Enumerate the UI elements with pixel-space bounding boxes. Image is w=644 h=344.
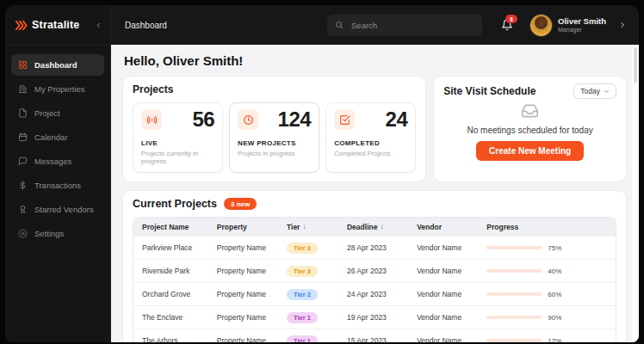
vendor-cell: Vendor Name bbox=[408, 261, 478, 281]
table-row[interactable]: Orchard GroveProperty NameTier 224 Apr 2… bbox=[133, 282, 616, 305]
deadline-cell: 15 Apr 2023 bbox=[338, 331, 408, 343]
calendar-icon bbox=[18, 132, 28, 142]
vendor-cell: Vendor Name bbox=[408, 238, 478, 258]
project-name-cell: Parkview Place bbox=[133, 238, 208, 258]
breadcrumb: Dashboard bbox=[125, 21, 167, 30]
main-content: Hello, Oliver Smith! Projects 56LIVEProj… bbox=[111, 45, 639, 342]
sidebar-item-calendar[interactable]: Calendar bbox=[11, 126, 104, 148]
sidebar-item-dashboard[interactable]: Dashboard bbox=[11, 54, 104, 76]
stat-value: 56 bbox=[192, 109, 214, 130]
brand-name: Stratalite bbox=[32, 19, 80, 31]
scrollbar-thumb[interactable] bbox=[634, 47, 637, 83]
new-count-badge: 3 new bbox=[224, 198, 257, 210]
deadline-cell: 19 Apr 2023 bbox=[338, 308, 408, 328]
stat-sublabel: Completed Projects bbox=[334, 150, 407, 157]
chevron-down-icon bbox=[604, 89, 610, 95]
tier-badge: Tier 2 bbox=[287, 289, 318, 300]
stat-card-live[interactable]: 56LIVEProjects currently in progress bbox=[133, 102, 223, 173]
tier-badge: Tier 1 bbox=[287, 335, 318, 343]
schedule-filter-value: Today bbox=[580, 87, 600, 95]
progress-percent: 75% bbox=[548, 244, 561, 252]
progress-percent: 60% bbox=[548, 291, 561, 298]
stat-value: 124 bbox=[278, 109, 312, 130]
sidebar-item-label: My Properties bbox=[34, 84, 85, 94]
progress-percent: 40% bbox=[548, 267, 561, 275]
tier-badge: Tier 3 bbox=[287, 266, 318, 277]
column-header-tier[interactable]: Tier↓ bbox=[278, 218, 338, 236]
stat-sublabel: Projects currently in progress bbox=[141, 150, 214, 165]
user-name: Oliver Smith bbox=[558, 16, 606, 26]
current-projects-title: Current Projects bbox=[133, 198, 217, 210]
profile-chevron-icon[interactable] bbox=[618, 21, 627, 29]
column-header-project-name: Project Name bbox=[133, 218, 208, 236]
stat-label: NEW PROJECTS bbox=[238, 139, 311, 147]
broadcast-icon bbox=[141, 109, 162, 130]
progress-bar bbox=[486, 339, 542, 342]
logo-row: Stratalite bbox=[5, 5, 110, 46]
award-icon bbox=[18, 205, 28, 214]
sidebar-item-settings[interactable]: Settings bbox=[11, 223, 104, 244]
vendor-cell: Vendor Name bbox=[408, 331, 478, 343]
table-row[interactable]: Riverside ParkProperty NameTier 326 Apr … bbox=[133, 259, 616, 282]
progress-percent: 90% bbox=[548, 314, 561, 322]
tier-badge: Tier 3 bbox=[287, 243, 318, 254]
search-field[interactable] bbox=[350, 20, 474, 31]
sidebar-item-label: Calendar bbox=[34, 132, 68, 142]
project-name-cell: Riverside Park bbox=[133, 261, 208, 281]
vendor-cell: Vendor Name bbox=[408, 285, 478, 304]
sort-down-icon[interactable]: ↓ bbox=[302, 223, 306, 230]
sidebar-item-messages[interactable]: Messages bbox=[11, 150, 104, 172]
sidebar-item-project[interactable]: Project bbox=[11, 102, 104, 124]
search-icon bbox=[335, 21, 344, 29]
projects-table: Project NamePropertyTier↓Deadline↓Vendor… bbox=[133, 217, 616, 342]
table-header-row: Project NamePropertyTier↓Deadline↓Vendor… bbox=[133, 218, 616, 236]
notification-badge: 6 bbox=[505, 15, 517, 23]
dashboard-icon bbox=[18, 60, 28, 70]
topbar: Dashboard 6 Oliver Smith Manager bbox=[111, 5, 639, 45]
current-projects-panel: Current Projects 3 new Project NamePrope… bbox=[122, 190, 627, 342]
tier-badge: Tier 1 bbox=[287, 312, 318, 323]
stat-card-completed[interactable]: 24COMPLETEDCompleted Projects bbox=[325, 102, 416, 173]
column-header-progress: Progress bbox=[478, 218, 616, 236]
stat-sublabel: Projects in progress bbox=[238, 150, 311, 157]
stat-label: LIVE bbox=[141, 139, 214, 147]
notifications-button[interactable]: 6 bbox=[501, 19, 513, 31]
property-cell: Property Name bbox=[208, 238, 278, 258]
create-meeting-button[interactable]: Create New Meeting bbox=[476, 141, 584, 161]
projects-panel-title: Projects bbox=[133, 83, 416, 95]
gear-icon bbox=[18, 229, 28, 238]
building-icon bbox=[18, 84, 28, 94]
sidebar-item-transactions[interactable]: Transactions bbox=[11, 175, 104, 196]
inbox-tray-icon bbox=[521, 101, 539, 120]
table-row[interactable]: Parkview PlaceProperty NameTier 328 Apr … bbox=[133, 236, 616, 259]
sidebar-item-label: Transactions bbox=[34, 181, 81, 190]
sidebar-item-label: Dashboard bbox=[34, 60, 77, 70]
sidebar-collapse-button[interactable] bbox=[95, 22, 102, 29]
schedule-filter-select[interactable]: Today bbox=[573, 83, 616, 99]
no-meetings-text: No meetings scheduled for today bbox=[443, 126, 616, 135]
scrollbar[interactable] bbox=[632, 45, 639, 342]
project-name-cell: Orchard Grove bbox=[133, 285, 208, 304]
search-input[interactable] bbox=[327, 15, 482, 36]
app-window: Stratalite DashboardMy PropertiesProject… bbox=[5, 5, 639, 342]
projects-panel: Projects 56LIVEProjects currently in pro… bbox=[122, 76, 426, 182]
stat-card-new-projects[interactable]: 124NEW PROJECTSProjects in progress bbox=[229, 102, 319, 173]
greeting: Hello, Oliver Smith! bbox=[124, 53, 627, 68]
user-profile[interactable]: Oliver Smith Manager bbox=[530, 15, 606, 36]
table-row[interactable]: The ArborsProperty NameTier 115 Apr 2023… bbox=[133, 329, 616, 342]
sidebar-item-label: Project bbox=[34, 108, 60, 118]
sort-down-icon[interactable]: ↓ bbox=[380, 223, 383, 230]
stratalite-logo-icon bbox=[15, 19, 28, 32]
project-name-cell: The Arbors bbox=[133, 331, 208, 343]
project-name-cell: The Enclave bbox=[133, 308, 208, 328]
property-cell: Property Name bbox=[208, 261, 278, 281]
table-row[interactable]: The EnclaveProperty NameTier 119 Apr 202… bbox=[133, 305, 616, 329]
deadline-cell: 24 Apr 2023 bbox=[338, 285, 408, 304]
clock-icon bbox=[238, 109, 258, 130]
sidebar-item-my-properties[interactable]: My Properties bbox=[11, 78, 104, 100]
document-icon bbox=[18, 108, 28, 118]
site-visit-panel: Site Visit Schedule Today No meetings sc… bbox=[433, 76, 627, 182]
progress-bar bbox=[486, 269, 542, 273]
sidebar-item-starred-vendors[interactable]: Starred Vendors bbox=[11, 199, 104, 220]
column-header-deadline[interactable]: Deadline↓ bbox=[338, 218, 408, 236]
